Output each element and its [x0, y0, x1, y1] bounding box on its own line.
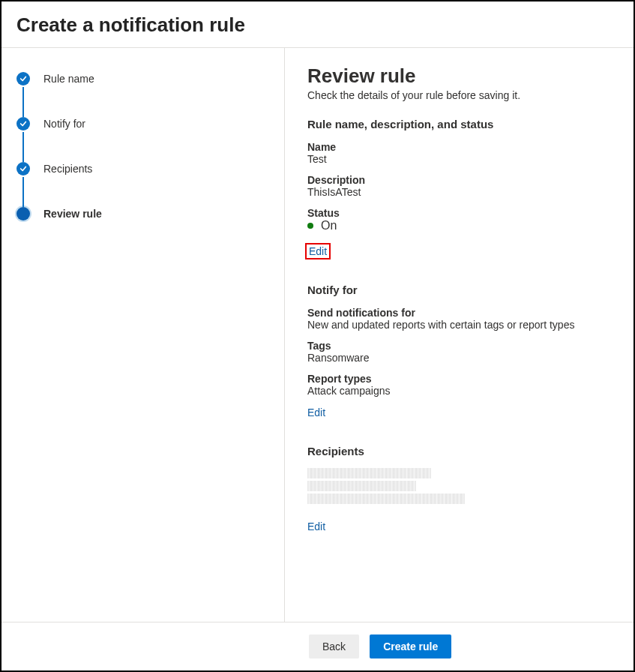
wizard-steps: Rule name Notify for Recipients: [16, 72, 266, 220]
check-icon: [16, 72, 30, 86]
create-rule-button[interactable]: Create rule: [370, 634, 451, 658]
recipient-redacted: [307, 494, 465, 504]
field-description-label: Description: [307, 174, 613, 186]
step-label: Recipients: [43, 163, 92, 175]
section-rule-name-title: Rule name, description, and status: [307, 118, 613, 130]
recipient-redacted: [307, 468, 431, 478]
check-icon: [16, 117, 30, 130]
recipient-redacted: [307, 481, 416, 491]
step-rule-name[interactable]: Rule name: [16, 72, 266, 117]
wizard-steps-column: Rule name Notify for Recipients: [1, 48, 285, 622]
current-step-icon: [16, 207, 30, 220]
field-types-value: Attack campaigns: [307, 385, 613, 397]
step-notify-for[interactable]: Notify for: [16, 117, 266, 162]
review-heading: Review rule: [307, 64, 613, 88]
field-send-label: Send notifications for: [307, 307, 613, 319]
field-name-label: Name: [307, 141, 613, 153]
step-label: Notify for: [43, 118, 85, 130]
page-title: Create a notification rule: [1, 2, 634, 48]
step-label: Review rule: [43, 208, 102, 220]
dialog-footer: Back Create rule: [1, 622, 634, 670]
field-tags-label: Tags: [307, 340, 613, 352]
step-label: Rule name: [43, 73, 94, 85]
step-connector: [22, 132, 24, 162]
section-recipients-title: Recipients: [307, 445, 613, 458]
back-button[interactable]: Back: [309, 634, 359, 658]
field-status-value: On: [321, 219, 337, 232]
field-send-value: New and updated reports with certain tag…: [307, 319, 613, 331]
step-connector: [22, 87, 24, 117]
field-description-value: ThisIsATest: [307, 186, 613, 198]
edit-recipients-link[interactable]: Edit: [307, 520, 325, 532]
review-subheading: Check the details of your rule before sa…: [307, 89, 613, 101]
step-review-rule[interactable]: Review rule: [16, 207, 266, 220]
edit-rule-name-link[interactable]: Edit: [307, 245, 328, 257]
field-status-label: Status: [307, 207, 613, 219]
dialog-frame: Create a notification rule Rule name Not…: [0, 0, 635, 672]
section-notify-for-title: Notify for: [307, 284, 613, 296]
dialog-body: Rule name Notify for Recipients: [1, 48, 634, 622]
field-status-value-row: On: [307, 219, 613, 232]
check-icon: [16, 162, 30, 176]
field-tags-value: Ransomware: [307, 352, 613, 364]
field-types-label: Report types: [307, 373, 613, 385]
field-name-value: Test: [307, 153, 613, 165]
step-recipients[interactable]: Recipients: [16, 162, 266, 207]
step-connector: [22, 177, 24, 207]
review-content: Review rule Check the details of your ru…: [285, 48, 634, 622]
status-dot-icon: [307, 223, 313, 229]
edit-notify-for-link[interactable]: Edit: [307, 406, 325, 418]
